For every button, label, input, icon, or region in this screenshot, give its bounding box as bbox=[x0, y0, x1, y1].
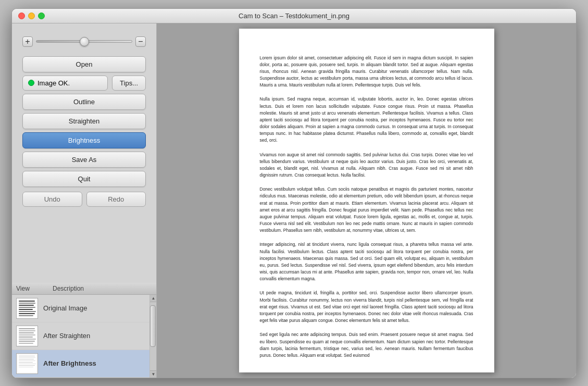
slider-decrease-button[interactable]: − bbox=[135, 36, 146, 47]
scroll-down-arrow[interactable]: ▼ bbox=[150, 370, 156, 378]
app-window: Cam to Scan – Testdokument_in.png + − bbox=[11, 8, 577, 378]
sidebar: + − Open Image OK. bbox=[12, 23, 157, 378]
tips-button[interactable]: Tips... bbox=[112, 76, 146, 91]
image-status-row: Image OK. Tips... bbox=[22, 76, 146, 91]
quit-button[interactable]: Quit bbox=[22, 171, 146, 187]
thumbnail-original bbox=[16, 298, 38, 319]
redo-button[interactable]: Redo bbox=[86, 192, 146, 207]
brightness-button[interactable]: Brightness bbox=[22, 132, 146, 148]
list-item-label-original: Original Image bbox=[43, 304, 87, 312]
sidebar-controls: + − Open Image OK. bbox=[12, 23, 156, 283]
paragraph-4: Donec vestibulum volutpat tellus. Cum so… bbox=[260, 186, 473, 234]
paragraph-5: Integer adipiscing, nisl at tincidunt vi… bbox=[260, 241, 473, 282]
paragraph-6: Ut pede magna, tincidunt id, fringilla a… bbox=[260, 290, 473, 324]
image-status-display: Image OK. bbox=[22, 76, 108, 91]
straighten-button[interactable]: Straighten bbox=[22, 113, 146, 129]
minimize-button[interactable] bbox=[28, 13, 35, 19]
document-view: Lorem ipsum dolor sit amet, consectetuer… bbox=[157, 23, 576, 378]
image-status-label: Image OK. bbox=[37, 79, 70, 87]
status-indicator bbox=[28, 80, 34, 86]
scroll-up-arrow[interactable]: ▲ bbox=[150, 295, 156, 302]
thumbnail-straighten bbox=[16, 326, 38, 346]
brightness-slider-track[interactable] bbox=[36, 40, 132, 43]
list-item-label-brightness: After Brightness bbox=[43, 359, 96, 367]
list-header: View Description bbox=[12, 283, 156, 295]
col-description-header: Description bbox=[53, 285, 152, 292]
slider-increase-button[interactable]: + bbox=[22, 36, 33, 47]
list-item-label-straighten: After Straighten bbox=[43, 332, 90, 340]
thumbnail-brightness bbox=[16, 353, 38, 374]
minus-icon: − bbox=[138, 38, 143, 46]
scrollbar-thumb[interactable] bbox=[150, 305, 156, 347]
save-as-button[interactable]: Save As bbox=[22, 152, 146, 168]
traffic-lights bbox=[18, 13, 45, 19]
list-item[interactable]: After Straighten bbox=[12, 322, 149, 350]
maximize-button[interactable] bbox=[38, 13, 45, 19]
brightness-slider-row: + − bbox=[22, 36, 146, 47]
paragraph-1: Lorem ipsum dolor sit amet, consectetuer… bbox=[260, 55, 473, 89]
main-content: + − Open Image OK. bbox=[12, 23, 576, 378]
window-title: Cam to Scan – Testdokument_in.png bbox=[239, 12, 349, 20]
paragraph-3: Vivamus non augue sit amet nisl commodo … bbox=[260, 152, 473, 179]
view-list-container: View Description bbox=[12, 283, 156, 378]
document-page: Lorem ipsum dolor sit amet, consectetuer… bbox=[239, 29, 494, 372]
plus-icon: + bbox=[25, 38, 30, 46]
paragraph-2: Nulla ipsum. Sed magna neque, accumsan i… bbox=[260, 96, 473, 144]
paragraph-7: Sed eget ligula nec ante adipiscing temp… bbox=[260, 331, 473, 359]
list-items: Original Image bbox=[12, 295, 149, 378]
close-button[interactable] bbox=[18, 13, 25, 19]
list-item[interactable]: Original Image bbox=[12, 295, 149, 322]
open-button[interactable]: Open bbox=[22, 56, 146, 72]
brightness-slider-thumb[interactable] bbox=[80, 37, 89, 46]
undo-redo-row: Undo Redo bbox=[22, 192, 146, 207]
col-view-header: View bbox=[16, 285, 53, 292]
titlebar: Cam to Scan – Testdokument_in.png bbox=[12, 9, 576, 23]
list-scrollbar[interactable]: ▲ ▼ bbox=[149, 295, 156, 378]
list-item[interactable]: After Brightness bbox=[12, 350, 149, 378]
outline-button[interactable]: Outline bbox=[22, 94, 146, 110]
undo-button[interactable]: Undo bbox=[22, 192, 82, 207]
list-body: Original Image bbox=[12, 295, 156, 378]
